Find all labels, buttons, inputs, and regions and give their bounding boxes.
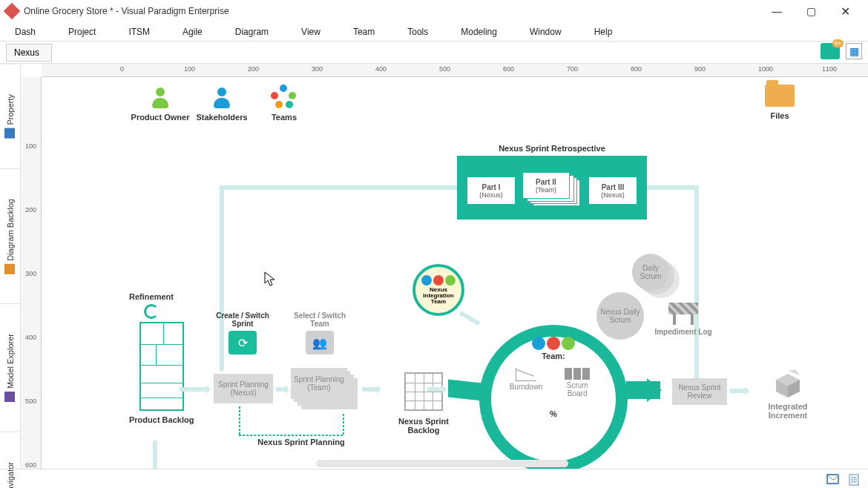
- title-bar: Online Grocery Store * - Visual Paradigm…: [0, 0, 868, 22]
- maximize-button[interactable]: ▢: [794, 0, 828, 22]
- scrum-board-icon: [556, 368, 598, 380]
- flow-arrow: [180, 387, 209, 392]
- flow-arrow: [427, 387, 445, 392]
- impediment-log[interactable]: Impediment Log: [650, 303, 717, 336]
- minimize-button[interactable]: —: [760, 0, 794, 22]
- menu-view[interactable]: View: [295, 24, 326, 40]
- ruler-vertical: 100 200 300 400 500 600: [21, 77, 42, 469]
- grid-icon: [404, 372, 443, 411]
- percent-label: %: [509, 409, 598, 418]
- tab-model-explorer[interactable]: Model Explorer: [0, 303, 20, 432]
- tab-diagram-backlog[interactable]: Diagram Backlog: [0, 168, 20, 304]
- refinement[interactable]: Refinement: [122, 292, 181, 319]
- team-people-icon: [509, 337, 598, 350]
- svg-rect-5: [828, 475, 839, 483]
- sprint-planning-team[interactable]: Sprint Planning (Team): [291, 368, 358, 409]
- flow-arrow: [730, 389, 748, 393]
- new-diagram-icon[interactable]: ▦: [846, 43, 862, 59]
- product-backlog[interactable]: Product Backlog: [129, 322, 194, 424]
- status-bar: [0, 469, 868, 488]
- teams-icon: [268, 85, 300, 110]
- flow-arrow: [276, 387, 288, 392]
- planning-box: Sprint Planning (Nexus): [214, 374, 273, 403]
- ruler-horizontal: 0 100 200 300 400 500 600 700 800 900 10…: [42, 64, 868, 77]
- backlog-icon: [139, 322, 184, 411]
- sprint-switch-icon: ⟳: [228, 331, 257, 355]
- integration-team-badge: Nexus Integration Team: [412, 264, 464, 316]
- flow-arrow: [459, 311, 481, 326]
- explorer-icon: [5, 392, 16, 402]
- menu-modeling[interactable]: Modeling: [455, 24, 503, 40]
- flow-line: [694, 185, 699, 378]
- review-box: Nexus Sprint Review: [672, 378, 727, 405]
- menu-dash[interactable]: Dash: [9, 24, 42, 40]
- flow-line: [153, 441, 157, 469]
- actor-product-owner[interactable]: Product Owner: [131, 85, 190, 122]
- integrated-increment[interactable]: Integrated Increment: [751, 369, 825, 420]
- burndown-chart[interactable]: Burndown: [509, 368, 543, 398]
- dashed-connector: [239, 435, 343, 436]
- actor-teams[interactable]: Teams: [258, 85, 310, 122]
- flow-arrow: [362, 387, 380, 392]
- canvas-wrap: 0 100 200 300 400 500 600 700 800 900 10…: [21, 64, 868, 469]
- flow-line: [220, 185, 464, 190]
- sprint-planning-nexus[interactable]: Sprint Planning (Nexus): [214, 374, 273, 403]
- scrum-board[interactable]: Scrum Board: [556, 368, 598, 398]
- folder-icon: [765, 85, 795, 107]
- retro-part2-stack[interactable]: Part II(Team): [522, 172, 582, 209]
- menu-window[interactable]: Window: [524, 24, 568, 40]
- window-title: Online Grocery Store * - Visual Paradigm…: [24, 6, 760, 16]
- retro-part1[interactable]: Part I(Nexus): [467, 177, 515, 204]
- planning-stack: Sprint Planning (Team): [291, 368, 358, 409]
- close-button[interactable]: ✕: [828, 0, 862, 22]
- mail-icon[interactable]: [826, 474, 838, 484]
- burndown-icon: [516, 368, 536, 381]
- refinement-loop-icon: [144, 304, 159, 319]
- person-icon: [148, 85, 173, 110]
- document-icon[interactable]: [849, 474, 861, 484]
- menu-itsm[interactable]: ITSM: [122, 24, 156, 40]
- actor-files[interactable]: Files: [754, 85, 806, 120]
- actor-stakeholders[interactable]: Stakeholders: [188, 85, 255, 122]
- menu-diagram[interactable]: Diagram: [229, 24, 274, 40]
- tab-property[interactable]: Property: [0, 64, 20, 168]
- daily-scrum[interactable]: Daily Scrum: [632, 254, 669, 291]
- dashed-connector: [239, 406, 240, 435]
- window-controls: — ▢ ✕: [760, 0, 862, 22]
- side-tabs: Property Diagram Backlog Model Explorer …: [0, 64, 21, 469]
- menu-help[interactable]: Help: [588, 24, 619, 40]
- diagram-canvas[interactable]: Product Owner Stakeholders Teams Files: [42, 77, 868, 469]
- horizontal-scrollbar[interactable]: [316, 460, 568, 467]
- select-switch-team[interactable]: Select / Switch Team 👥: [286, 311, 353, 357]
- team-panel[interactable]: Team: Burndown Scrum Board %: [509, 337, 598, 418]
- breadcrumb: Nexus: [6, 44, 52, 62]
- nexus-sprint-review[interactable]: Nexus Sprint Review: [672, 378, 727, 405]
- cube-open-icon: [773, 369, 803, 399]
- nexus-sprint-retrospective[interactable]: Nexus Sprint Retrospective Part I(Nexus)…: [457, 144, 647, 220]
- menu-agile[interactable]: Agile: [177, 24, 208, 40]
- dashed-connector: [343, 414, 344, 435]
- nexus-integration-team[interactable]: Nexus Integration Team: [412, 264, 464, 316]
- person-icon: [209, 85, 234, 110]
- menu-bar: Dash Project ITSM Agile Diagram View Tea…: [0, 22, 868, 42]
- breadcrumb-nexus[interactable]: Nexus: [6, 44, 52, 62]
- nexus-sprint-planning-label: Nexus Sprint Planning: [242, 438, 361, 446]
- retro-part3[interactable]: Part III(Nexus): [589, 177, 637, 204]
- menu-tools[interactable]: Tools: [401, 24, 434, 40]
- nexus-daily-scrum[interactable]: Nexus Daily Scrum: [596, 292, 644, 340]
- app-logo-icon: [4, 3, 21, 20]
- menu-team[interactable]: Team: [347, 24, 381, 40]
- flow-big-arrow: [626, 381, 660, 399]
- breadcrumb-row: Nexus ▦: [0, 42, 868, 64]
- create-switch-sprint[interactable]: Create / Switch Sprint ⟳: [209, 311, 276, 357]
- notifications-icon[interactable]: [821, 43, 840, 59]
- retro-title: Nexus Sprint Retrospective: [457, 144, 647, 153]
- flow-big-arrow-in: [448, 380, 482, 401]
- team-switch-icon: 👥: [306, 331, 334, 355]
- barrier-icon: [668, 303, 698, 325]
- svg-marker-4: [788, 369, 800, 375]
- workspace: Property Diagram Backlog Model Explorer …: [0, 64, 868, 469]
- menu-project[interactable]: Project: [62, 24, 102, 40]
- mouse-cursor-icon: [264, 271, 276, 286]
- backlog-icon: [5, 263, 16, 274]
